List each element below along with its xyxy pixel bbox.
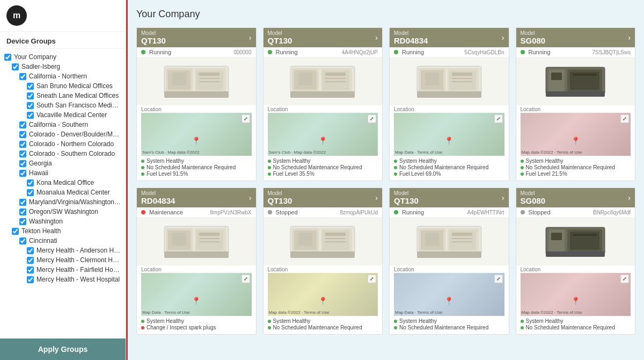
label-mercy-anderson: Mercy Health - Anderson Hos... bbox=[36, 247, 121, 254]
serial-number: 7SSJBQT|LSws bbox=[592, 49, 631, 55]
checkbox-mercy-clermont[interactable] bbox=[27, 257, 34, 264]
checkbox-san-bruno[interactable] bbox=[27, 83, 34, 90]
card-info: System Healthy No Scheduled Maintenance … bbox=[516, 156, 635, 181]
checkbox-moanalua[interactable] bbox=[27, 189, 34, 196]
card-arrow-icon[interactable]: › bbox=[628, 193, 631, 202]
map-container[interactable]: 📍 Map Data · Terms of Use ⤢ bbox=[141, 273, 252, 316]
checkbox-maryland[interactable] bbox=[19, 199, 26, 206]
tree-item-moanalua[interactable]: Moanalua Medical Center bbox=[2, 188, 123, 197]
map-container[interactable]: 📍 Sam's Club · Map data ©2022 ⤢ bbox=[268, 113, 378, 156]
tree-item-georgia[interactable]: Georgia bbox=[2, 159, 123, 168]
card-arrow-icon[interactable]: › bbox=[249, 33, 252, 42]
card-arrow-icon[interactable]: › bbox=[375, 33, 378, 42]
card-status-row: Running A4pEWHTTlNrt bbox=[390, 207, 509, 217]
tree-item-mercy-west[interactable]: Mercy Health - West Hospital bbox=[2, 275, 123, 284]
device-card[interactable]: Model RD04834 › Maintenance 8mpPVzN3RwbX bbox=[136, 188, 257, 335]
checkbox-mercy-anderson[interactable] bbox=[27, 247, 34, 254]
map-container[interactable]: 📍 Sam's Club · Map data ©2022 ⤢ bbox=[141, 113, 252, 156]
tree-item-mercy-clermont[interactable]: Mercy Health - Clermont Hosp... bbox=[2, 255, 123, 265]
tree-item-sadler-isberg[interactable]: Sadler-Isberg bbox=[2, 62, 123, 71]
svg-rect-33 bbox=[551, 73, 562, 80]
location-label: Location bbox=[516, 105, 635, 113]
map-expand-button[interactable]: ⤢ bbox=[241, 114, 250, 123]
checkbox-mercy-fairfield[interactable] bbox=[27, 267, 34, 273]
checkbox-washington[interactable] bbox=[19, 218, 26, 225]
tree-item-colorado-southern[interactable]: Colorado - Southern Colorado bbox=[2, 149, 123, 159]
tree-item-your-company[interactable]: Your Company bbox=[2, 52, 123, 62]
label-oregon: Oregon/SW Washington bbox=[29, 208, 98, 215]
map-container[interactable]: 📍 Map Data · Terms of Use ⤢ bbox=[394, 113, 504, 156]
map-container[interactable]: 📍 Map data ©2022 · Terms of Use ⤢ bbox=[521, 113, 631, 156]
tree-item-cincinnati[interactable]: Cincinnati bbox=[2, 236, 123, 246]
tree-item-sneath-lane[interactable]: Sneath Lane Medical Offices bbox=[2, 91, 123, 100]
svg-rect-46 bbox=[199, 241, 219, 242]
card-arrow-icon[interactable]: › bbox=[375, 193, 378, 202]
device-card[interactable]: Model QT130 › Stopped 8zmqpAlPUkUd bbox=[263, 188, 383, 335]
map-expand-button[interactable]: ⤢ bbox=[368, 275, 376, 283]
map-container[interactable]: 📍 Map data ©2022 · Terms of Use ⤢ bbox=[268, 273, 378, 316]
checkbox-colorado-northern[interactable] bbox=[19, 141, 26, 148]
device-card[interactable]: Model QT130 › Running 4A4HNQe2jUP bbox=[263, 27, 383, 181]
checkbox-kona-medical[interactable] bbox=[27, 179, 34, 186]
checkbox-oregon[interactable] bbox=[19, 208, 26, 215]
device-card[interactable]: Model QT130 › Running A4pEWHTTlNrt bbox=[389, 188, 509, 335]
checkbox-california-northern[interactable] bbox=[19, 73, 26, 80]
svg-rect-17 bbox=[325, 73, 346, 76]
checkbox-south-san-francisco[interactable] bbox=[27, 102, 34, 109]
tree-item-kona-medical[interactable]: Kona Medical Office bbox=[2, 178, 123, 188]
tree-item-colorado-northern[interactable]: Colorado - Northern Colorado bbox=[2, 139, 123, 149]
tree-item-washington[interactable]: Washington bbox=[2, 217, 123, 226]
map-pin-icon: 📍 bbox=[318, 297, 327, 305]
device-card[interactable]: Model SG080 › Running 7SSJBQT|LSws bbox=[516, 27, 636, 181]
checkbox-sadler-isberg[interactable] bbox=[12, 63, 19, 70]
checkbox-colorado-denver[interactable] bbox=[19, 131, 26, 138]
tree-item-san-bruno[interactable]: San Bruno Medical Offices bbox=[2, 81, 123, 91]
checkbox-california-southern[interactable] bbox=[19, 121, 26, 128]
map-expand-button[interactable]: ⤢ bbox=[494, 114, 503, 123]
tree-item-south-san-francisco[interactable]: South San Francisco Medical ... bbox=[2, 100, 123, 110]
checkbox-hawaii[interactable] bbox=[19, 170, 26, 177]
info-row: No Scheduled Maintenance Required bbox=[141, 164, 252, 170]
checkbox-your-company[interactable] bbox=[4, 54, 11, 61]
tree-item-hawaii[interactable]: Hawaii bbox=[2, 168, 123, 178]
map-placeholder: 📍 Sam's Club · Map data ©2022 bbox=[141, 113, 252, 156]
device-card[interactable]: Model QT130 › Running 000000 bbox=[136, 27, 257, 181]
tree-item-mercy-fairfield[interactable]: Mercy Health - Fairfield Hospital bbox=[2, 265, 123, 275]
checkbox-colorado-southern[interactable] bbox=[19, 150, 26, 157]
map-container[interactable]: 📍 Map Data · Terms of Use ⤢ bbox=[394, 273, 504, 316]
tree-item-california-northern[interactable]: California - Northern bbox=[2, 71, 123, 81]
tree-item-mercy-anderson[interactable]: Mercy Health - Anderson Hos... bbox=[2, 246, 123, 255]
map-placeholder: 📍 Map Data · Terms of Use bbox=[394, 273, 504, 316]
card-arrow-icon[interactable]: › bbox=[502, 33, 504, 42]
info-dot bbox=[521, 320, 524, 323]
checkbox-sneath-lane[interactable] bbox=[27, 92, 34, 99]
map-container[interactable]: 📍 Map data ©2022 · Terms of Use ⤢ bbox=[521, 273, 631, 316]
generator-image bbox=[516, 217, 635, 265]
map-expand-button[interactable]: ⤢ bbox=[494, 275, 503, 283]
checkbox-cincinnati[interactable] bbox=[19, 237, 26, 244]
checkbox-tekton-health[interactable] bbox=[12, 228, 19, 235]
map-expand-button[interactable]: ⤢ bbox=[368, 114, 376, 123]
checkbox-georgia[interactable] bbox=[19, 160, 26, 167]
tree-item-vacaville[interactable]: Vacaville Medical Center bbox=[2, 110, 123, 120]
map-expand-button[interactable]: ⤢ bbox=[241, 275, 250, 283]
map-expand-button[interactable]: ⤢ bbox=[620, 114, 629, 123]
device-card[interactable]: Model SG080 › Stopped BNRpc8qy6Mdf bbox=[516, 188, 636, 335]
card-arrow-icon[interactable]: › bbox=[628, 33, 631, 42]
svg-rect-72 bbox=[546, 251, 605, 257]
tree-item-california-southern[interactable]: California - Southern bbox=[2, 120, 123, 129]
checkbox-vacaville[interactable] bbox=[27, 112, 34, 119]
tree-item-maryland[interactable]: Maryland/Virginia/Washington D.C. bbox=[2, 197, 123, 207]
tree-item-tekton-health[interactable]: Tekton Health bbox=[2, 226, 123, 236]
device-card[interactable]: Model RD04834 › Running 5CsqyHaGDLBn bbox=[389, 27, 509, 181]
checkbox-mercy-west[interactable] bbox=[27, 276, 34, 283]
tree-item-colorado-denver[interactable]: Colorado - Denver/Boulder/Mou... bbox=[2, 129, 123, 139]
card-arrow-icon[interactable]: › bbox=[249, 193, 252, 202]
card-arrow-icon[interactable]: › bbox=[502, 193, 504, 202]
svg-rect-65 bbox=[452, 238, 472, 239]
status-indicator: Running bbox=[521, 49, 551, 55]
map-data-label: Map Data · Terms of Use bbox=[395, 150, 442, 155]
apply-groups-button[interactable]: Apply Groups bbox=[0, 339, 126, 360]
tree-item-oregon[interactable]: Oregon/SW Washington bbox=[2, 207, 123, 217]
map-expand-button[interactable]: ⤢ bbox=[620, 275, 629, 283]
